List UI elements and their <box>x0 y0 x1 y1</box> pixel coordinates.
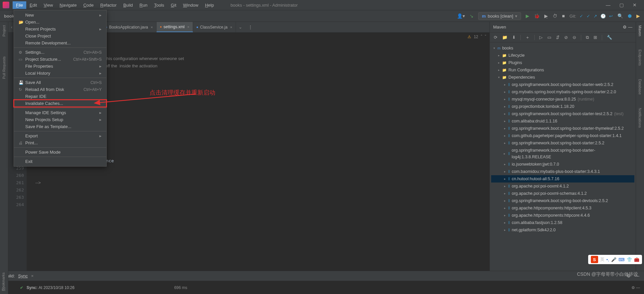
maven-node[interactable]: ▸⫴org.apache.httpcomponents:httpclient:4… <box>491 204 634 212</box>
add-icon[interactable]: ＋ <box>525 35 530 40</box>
close-button[interactable]: ✕ <box>628 2 641 8</box>
menu-refactor[interactable]: Refactor <box>97 1 120 9</box>
settings-icon[interactable]: ⬢ <box>628 13 632 19</box>
menu-item-close-project[interactable]: Close Project <box>14 33 106 39</box>
tab-BooksApplication-java[interactable]: ●BooksApplication.java× <box>102 22 157 32</box>
maven-node[interactable]: ▸⫴org.mybatis.spring.boot:mybatis-spring… <box>491 88 634 96</box>
tab-menu-icon[interactable]: ⋮ <box>245 25 256 30</box>
tab-more-icon[interactable]: ⌄ <box>236 25 245 30</box>
menu-edit[interactable]: Edit <box>26 1 40 9</box>
menu-item-project-structure-[interactable]: ▭Project Structure...Ctrl+Alt+Shift+S <box>14 56 106 63</box>
maximize-button[interactable]: ▢ <box>615 2 628 8</box>
git-push-icon[interactable]: ↗ <box>593 14 597 19</box>
ime-keyboard-icon[interactable]: ⌨ <box>618 257 625 262</box>
menu-item-power-save-mode[interactable]: Power Save Mode <box>14 149 106 156</box>
coverage-icon[interactable]: ▶̤ <box>544 13 548 19</box>
offline-icon[interactable]: ⊝ <box>573 35 576 40</box>
maven-tree[interactable]: ▾mbooks▸📁Lifecycle▸📁Plugins▸📁Run Configu… <box>490 42 636 271</box>
maven-node[interactable]: ▸⫴org.springframework.boot:spring-boot-d… <box>491 197 634 204</box>
wrench-icon[interactable]: 🔧 <box>607 35 612 40</box>
run-maven-icon[interactable]: ▷ <box>539 35 543 40</box>
structure-icon[interactable]: ⬚ <box>2 286 6 291</box>
maven-node[interactable]: ▸⫴org.projectlombok:lombok:1.18.20 <box>491 103 634 110</box>
maven-node[interactable]: ▸⫴com.alibaba:druid:1.1.16 <box>491 117 634 125</box>
download-icon[interactable]: ⬇ <box>512 35 516 40</box>
tool-project[interactable]: Project <box>2 25 6 37</box>
menu-tools[interactable]: Tools <box>151 1 167 9</box>
menu-view[interactable]: View <box>40 1 56 9</box>
maven-settings-icon[interactable]: ⚙ <box>623 25 627 30</box>
git-history-icon[interactable]: 🕐 <box>600 14 606 19</box>
maven-node[interactable]: ▸⫴net.gplatform:Sdk4J:2.0 <box>491 226 634 234</box>
maven-node[interactable]: ▸📁Lifecycle <box>491 52 634 59</box>
tool-pull-requests[interactable]: Pull Requests <box>2 56 6 79</box>
menu-item-new-projects-setup[interactable]: New Projects Setup▸ <box>14 116 106 123</box>
menu-run[interactable]: Run <box>136 1 151 9</box>
maven-node[interactable]: ▸⫴org.springframework.boot:spring-boot-s… <box>491 139 634 147</box>
tool-database[interactable]: Database <box>638 79 642 95</box>
menu-item-export[interactable]: Export▸ <box>14 132 106 139</box>
maven-node[interactable]: ▸⫴org.apache.httpcomponents:httpcore:4.4… <box>491 212 634 219</box>
generate-icon[interactable]: 📁 <box>502 35 507 40</box>
maven-node[interactable]: ▸⫴org.springframework.boot:spring-boot-s… <box>491 147 634 161</box>
menu-item-manage-ide-settings[interactable]: Manage IDE Settings▸ <box>14 109 106 116</box>
menu-item-print-[interactable]: 🖨Print... <box>14 139 106 146</box>
menu-item-new[interactable]: New▸ <box>14 12 106 19</box>
ime-toolbar[interactable]: S 英 •, 🎤 ⌨ 👕 🧰 <box>588 255 642 264</box>
maven-node[interactable]: ▾mbooks <box>491 44 634 52</box>
maven-node[interactable]: ▸⫴mysql:mysql-connector-java:8.0.25 (run… <box>491 96 634 103</box>
menu-item-local-history[interactable]: Local History▸ <box>14 70 106 77</box>
sync-tab[interactable]: Sync <box>18 273 28 278</box>
collapse-icon[interactable]: ⧉ <box>586 35 589 40</box>
menu-item-recent-projects[interactable]: Recent Projects▸ <box>14 26 106 33</box>
menu-window[interactable]: Window <box>180 1 202 9</box>
menu-git[interactable]: Git <box>167 1 180 9</box>
maven-node[interactable]: ▸⫴cn.hutool:hutool-all:5.7.16 <box>491 175 634 183</box>
maven-node[interactable]: ▸⫴org.apache.poi:poi-ooxml:4.1.2 <box>491 183 634 190</box>
menu-item-repair-ide[interactable]: Repair IDE <box>14 93 106 100</box>
maven-node[interactable]: ▸📁Plugins <box>491 59 634 66</box>
search-icon[interactable]: 🔍 <box>617 13 623 19</box>
menu-help[interactable]: Help <box>202 1 217 9</box>
run-icon[interactable]: ▶ <box>526 13 529 19</box>
git-commit-icon[interactable]: ✓ <box>587 14 590 19</box>
hammer-icon[interactable]: ↘ <box>470 13 474 19</box>
inspection-status[interactable]: ⚠ 12 ˆ ˇ <box>468 35 486 39</box>
debug-icon[interactable]: 🐞 <box>534 13 540 19</box>
show-deps-icon[interactable]: ⊞ <box>593 35 597 40</box>
maven-node[interactable]: ▸⫴com.baomidou:mybatis-plus-boot-starter… <box>491 168 634 175</box>
ime-skin-icon[interactable]: 👕 <box>627 257 632 262</box>
tool-endpoints[interactable]: Endpoints <box>638 49 642 66</box>
maven-node[interactable]: ▸📁Run Configurations <box>491 66 634 74</box>
menu-build[interactable]: Build <box>120 1 136 9</box>
git-update-icon[interactable]: ✓ <box>580 14 583 19</box>
maven-node[interactable]: ▸⫴org.apache.poi:poi-ooxml-schemas:4.1.2 <box>491 190 634 197</box>
maven-node[interactable]: ▸⫴com.github.pagehelper:pagehelper-sprin… <box>491 132 634 139</box>
sync-settings-icon[interactable]: ⚙ — <box>631 285 640 290</box>
user-icon[interactable]: 👤▾ <box>457 13 465 19</box>
minimize-button[interactable]: — <box>601 2 615 8</box>
tool-notifications[interactable]: Notifications <box>638 108 642 128</box>
ime-lang[interactable]: 英 <box>600 257 604 262</box>
execute-icon[interactable]: ▭ <box>547 35 551 40</box>
tool-maven[interactable]: Maven <box>638 25 642 36</box>
menu-item-open-[interactable]: 📂Open... <box>14 19 106 26</box>
prev-problem-icon[interactable]: ˆ <box>481 35 482 39</box>
maven-node[interactable]: ▸⫴com.alibaba:fastjson:1.2.58 <box>491 219 634 226</box>
tab-settings-xml[interactable]: ●settings.xml× <box>157 22 193 32</box>
skip-tests-icon[interactable]: ⊘ <box>564 35 568 40</box>
menu-item-settings-[interactable]: ⚙Settings...Ctrl+Alt+S <box>14 49 106 56</box>
menu-item-exit[interactable]: Exit <box>14 158 106 165</box>
run-config-dropdown[interactable]: m books [clean] ▾ <box>478 12 521 20</box>
stop-icon[interactable]: ■ <box>562 13 565 19</box>
menu-item-remote-development-[interactable]: Remote Development... <box>14 39 106 46</box>
menu-navigate[interactable]: Navigate <box>56 1 80 9</box>
maven-node[interactable]: ▾📁Dependencies <box>491 74 634 81</box>
maven-hide-icon[interactable]: — <box>628 25 632 30</box>
ime-tool-icon[interactable]: 🧰 <box>634 257 639 262</box>
next-problem-icon[interactable]: ˇ <box>485 35 486 39</box>
git-rollback-icon[interactable]: ↩ <box>609 14 613 19</box>
learn-icon[interactable]: ▶ <box>636 13 640 19</box>
menu-file[interactable]: File <box>13 1 26 9</box>
maven-node[interactable]: ▸⫴org.springframework.boot:spring-boot-s… <box>491 110 634 117</box>
